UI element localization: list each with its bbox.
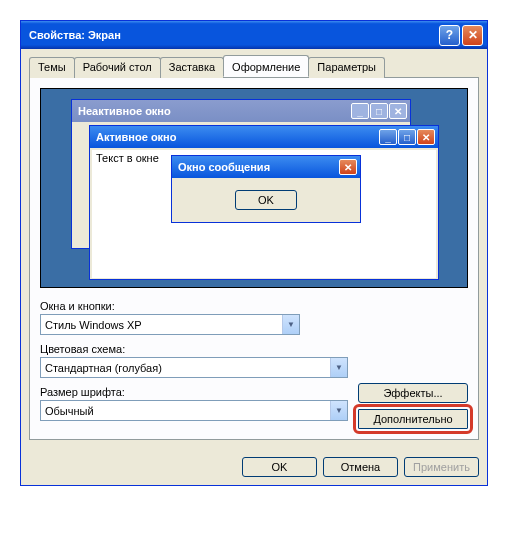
chevron-down-icon[interactable]: ▼ <box>330 401 347 420</box>
preview-msgbox-titlebar: Окно сообщения ✕ <box>172 156 360 178</box>
preview-inactive-title-text: Неактивное окно <box>78 105 351 117</box>
window-title: Свойства: Экран <box>29 29 439 41</box>
dialog-buttons: OK Отмена Применить <box>21 449 487 485</box>
apply-button[interactable]: Применить <box>404 457 479 477</box>
font-size-label: Размер шрифта: <box>40 386 348 398</box>
windows-buttons-value[interactable] <box>41 315 282 334</box>
cancel-button[interactable]: Отмена <box>323 457 398 477</box>
tab-appearance[interactable]: Оформление <box>223 55 309 77</box>
minimize-icon: _ <box>379 129 397 145</box>
close-icon: ✕ <box>389 103 407 119</box>
preview-area: Неактивное окно _ □ ✕ Активное окно _ □ … <box>40 88 468 288</box>
color-scheme-combo[interactable]: ▼ <box>40 357 348 378</box>
preview-msgbox-ok: OK <box>235 190 297 210</box>
color-scheme-value[interactable] <box>41 358 330 377</box>
tab-desktop[interactable]: Рабочий стол <box>74 57 161 78</box>
display-properties-window: Свойства: Экран ? ✕ Темы Рабочий стол За… <box>20 20 488 486</box>
help-button[interactable]: ? <box>439 25 460 46</box>
preview-active-title-text: Активное окно <box>96 131 379 143</box>
ok-button[interactable]: OK <box>242 457 317 477</box>
preview-body-text: Текст в окне <box>96 152 159 164</box>
minimize-icon: _ <box>351 103 369 119</box>
font-size-value[interactable] <box>41 401 330 420</box>
maximize-icon: □ <box>370 103 388 119</box>
close-button[interactable]: ✕ <box>462 25 483 46</box>
maximize-icon: □ <box>398 129 416 145</box>
tab-strip: Темы Рабочий стол Заставка Оформление Па… <box>21 49 487 78</box>
advanced-button[interactable]: Дополнительно <box>358 409 468 429</box>
effects-button[interactable]: Эффекты... <box>358 383 468 403</box>
windows-buttons-combo[interactable]: ▼ <box>40 314 300 335</box>
chevron-down-icon[interactable]: ▼ <box>330 358 347 377</box>
tab-settings[interactable]: Параметры <box>308 57 385 78</box>
preview-active-titlebar: Активное окно _ □ ✕ <box>90 126 438 148</box>
chevron-down-icon[interactable]: ▼ <box>282 315 299 334</box>
font-size-combo[interactable]: ▼ <box>40 400 348 421</box>
titlebar[interactable]: Свойства: Экран ? ✕ <box>21 21 487 49</box>
close-icon: ✕ <box>417 129 435 145</box>
tab-screensaver[interactable]: Заставка <box>160 57 224 78</box>
color-scheme-label: Цветовая схема: <box>40 343 348 355</box>
preview-msgbox-title-text: Окно сообщения <box>178 161 339 173</box>
windows-buttons-label: Окна и кнопки: <box>40 300 468 312</box>
preview-inactive-titlebar: Неактивное окно _ □ ✕ <box>72 100 410 122</box>
preview-message-box: Окно сообщения ✕ OK <box>171 155 361 223</box>
appearance-panel: Неактивное окно _ □ ✕ Активное окно _ □ … <box>29 77 479 440</box>
close-icon: ✕ <box>339 159 357 175</box>
tab-themes[interactable]: Темы <box>29 57 75 78</box>
